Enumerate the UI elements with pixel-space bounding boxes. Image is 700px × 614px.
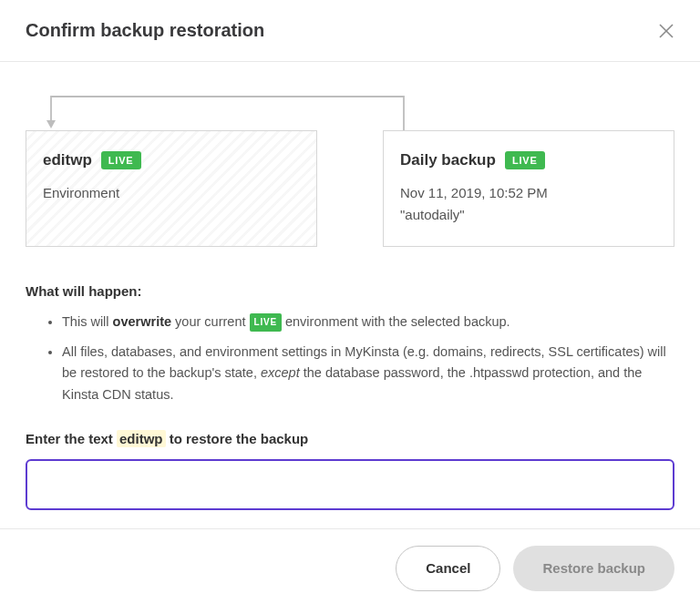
confirm-input[interactable] [26, 459, 674, 510]
restore-button[interactable]: Restore backup [513, 546, 674, 591]
environment-card: editwp LIVE Environment [26, 130, 317, 247]
text: This will [62, 314, 113, 329]
what-will-happen-list: This will overwrite your current LIVE en… [26, 312, 674, 405]
cancel-button[interactable]: Cancel [396, 546, 500, 591]
text: your current [171, 314, 249, 329]
flow-arrow [44, 89, 408, 130]
modal-body: editwp LIVE Environment Daily backup LIV… [0, 62, 700, 528]
modal-footer: Cancel Restore backup [0, 528, 700, 608]
confirm-instruction: Enter the text editwp to restore the bac… [26, 431, 674, 446]
cards-row: editwp LIVE Environment Daily backup LIV… [26, 130, 674, 247]
modal-title: Confirm backup restoration [26, 20, 264, 41]
live-badge: LIVE [505, 151, 545, 169]
backup-card: Daily backup LIVE Nov 11, 2019, 10:52 PM… [383, 130, 674, 247]
live-badge: LIVE [250, 313, 282, 332]
modal-header: Confirm backup restoration [0, 0, 700, 62]
text: environment with the selected backup. [282, 314, 510, 329]
close-button[interactable] [658, 23, 674, 39]
what-will-happen-heading: What will happen: [26, 283, 674, 299]
svg-marker-2 [46, 120, 56, 128]
backup-title: Daily backup [400, 151, 496, 169]
environment-subtitle: Environment [43, 182, 300, 204]
text: Enter the text [26, 431, 117, 446]
backup-timestamp: Nov 11, 2019, 10:52 PM [400, 182, 657, 204]
text-italic: except [261, 365, 300, 380]
live-badge: LIVE [101, 151, 141, 169]
text: to restore the backup [166, 431, 309, 446]
environment-name: editwp [43, 151, 92, 169]
backup-label: "autodaily" [400, 204, 657, 226]
list-item: This will overwrite your current LIVE en… [62, 312, 674, 333]
text-bold: overwrite [113, 314, 171, 329]
close-icon [658, 23, 674, 39]
list-item: All files, databases, and environment se… [62, 342, 674, 405]
confirm-keyword: editwp [117, 430, 166, 447]
